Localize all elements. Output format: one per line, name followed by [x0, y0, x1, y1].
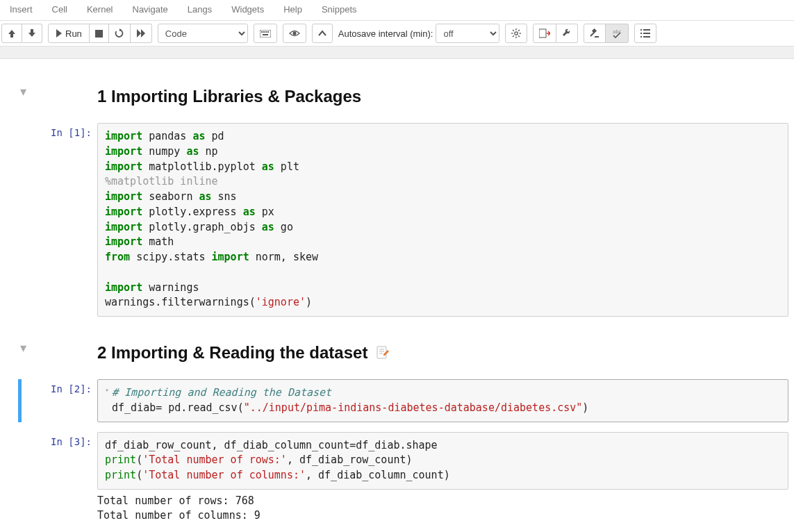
code-cell-1[interactable]: In [1]: import pandas as pd import numpy…	[6, 123, 788, 317]
autosave-label: Autosave interval (min):	[338, 28, 433, 39]
run-button[interactable]: Run	[48, 24, 90, 43]
cell-prompt: In [2]:	[26, 379, 97, 422]
svg-line-19	[590, 33, 594, 36]
toggle-preview-button[interactable]	[283, 24, 306, 43]
restart-run-all-button[interactable]	[131, 24, 152, 43]
spellcheck-button[interactable]: abc	[606, 24, 629, 43]
svg-rect-0	[95, 30, 103, 38]
svg-rect-28	[377, 347, 386, 358]
code-cell-3[interactable]: In [3]: df_diab_row_count, df_diab_colum…	[6, 432, 788, 523]
markdown-cell[interactable]: ▾ 1 Importing Libraries & Packages	[6, 80, 788, 120]
menu-widgets[interactable]: Widgets	[222, 1, 274, 17]
menu-snippets[interactable]: Snippets	[312, 1, 367, 17]
collapse-icon[interactable]: ▾	[20, 84, 26, 99]
list-button[interactable]	[634, 24, 656, 43]
svg-rect-24	[640, 33, 642, 34]
svg-rect-17	[539, 29, 546, 38]
svg-rect-27	[643, 36, 650, 38]
restart-button[interactable]	[109, 24, 131, 43]
tools-button[interactable]	[556, 24, 578, 43]
prompt-empty	[26, 336, 97, 376]
svg-line-15	[513, 35, 514, 37]
menu-langs[interactable]: Langs	[178, 1, 222, 17]
svg-rect-26	[640, 36, 642, 38]
svg-rect-23	[643, 29, 650, 31]
svg-line-13	[513, 30, 514, 31]
svg-line-14	[519, 35, 520, 37]
svg-rect-3	[263, 31, 265, 33]
svg-rect-18	[592, 28, 597, 33]
scroll-up-button[interactable]	[312, 24, 333, 43]
command-palette-button[interactable]	[254, 24, 277, 43]
cell-prompt: In [1]:	[26, 123, 97, 317]
notebook-container: ▾ 1 Importing Libraries & Packages In [1…	[0, 59, 794, 532]
svg-rect-4	[265, 31, 267, 33]
menu-navigate[interactable]: Navigate	[123, 1, 178, 17]
code-input[interactable]: import pandas as pd import numpy as np i…	[97, 123, 788, 317]
svg-rect-2	[261, 31, 263, 33]
svg-point-8	[515, 32, 518, 35]
menu-insert[interactable]: Insert	[0, 1, 42, 17]
svg-point-7	[292, 32, 296, 35]
run-button-label: Run	[65, 28, 82, 39]
svg-line-16	[519, 30, 520, 31]
cell-output: Total number of rows: 768 Total number o…	[97, 490, 788, 523]
svg-rect-22	[640, 29, 642, 31]
move-up-button[interactable]	[1, 24, 22, 43]
menu-kernel[interactable]: Kernel	[77, 1, 123, 17]
fold-icon[interactable]: ▾	[105, 385, 109, 396]
menu-cell[interactable]: Cell	[42, 1, 77, 17]
svg-rect-20	[595, 36, 599, 38]
collapse-icon[interactable]: ▾	[20, 340, 26, 356]
code-input[interactable]: ▾# Importing and Reading the Dataset df_…	[97, 379, 788, 422]
prompt-empty	[26, 80, 97, 120]
code-input[interactable]: df_diab_row_count, df_diab_column_count=…	[97, 432, 788, 490]
section-1-heading: 1 Importing Libraries & Packages	[97, 87, 788, 106]
svg-rect-5	[267, 31, 269, 33]
move-down-button[interactable]	[22, 24, 42, 43]
svg-rect-6	[263, 34, 268, 35]
svg-rect-25	[643, 33, 650, 34]
notes-icon	[374, 345, 390, 360]
section-2-heading: 2 Importing & Reading the dataset	[97, 343, 788, 363]
svg-rect-1	[260, 30, 271, 38]
toolbar: Run Code Autosave interval (min): off ab…	[0, 21, 794, 47]
cell-type-select[interactable]: Code	[158, 24, 248, 43]
gavel-button[interactable]	[584, 24, 606, 43]
menu-bar: Insert Cell Kernel Navigate Langs Widget…	[0, 0, 794, 21]
cell-prompt: In [3]:	[26, 432, 97, 523]
header-spacer	[0, 47, 794, 59]
svg-text:abc: abc	[613, 29, 622, 35]
code-cell-2[interactable]: In [2]: ▾# Importing and Reading the Dat…	[6, 379, 788, 422]
interrupt-button[interactable]	[90, 24, 109, 43]
markdown-cell[interactable]: ▾ 2 Importing & Reading the dataset	[6, 336, 788, 376]
settings-button[interactable]	[505, 24, 527, 43]
menu-help[interactable]: Help	[274, 1, 312, 17]
nbextension-button[interactable]	[533, 24, 556, 43]
autosave-select[interactable]: off	[436, 24, 499, 43]
